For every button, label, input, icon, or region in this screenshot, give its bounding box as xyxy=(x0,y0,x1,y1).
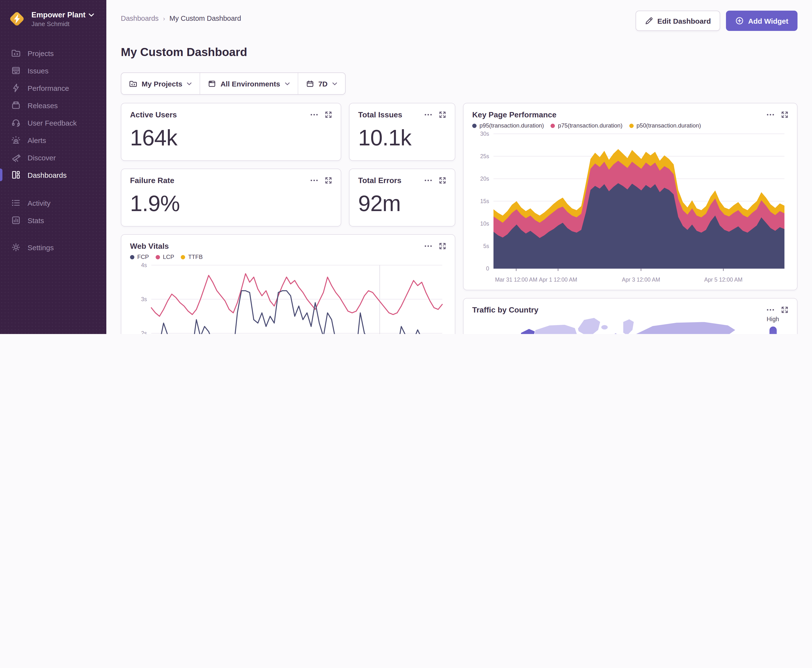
pencil-icon xyxy=(645,17,653,25)
legend-item: p75(transaction.duration) xyxy=(551,122,623,129)
chart-web-vitals[interactable]: 01s2s3s4sMar 31 12:00 AMApr 1 12:00 AMAp… xyxy=(130,261,446,334)
svg-text:Mar 31 12:00 AM: Mar 31 12:00 AM xyxy=(495,277,537,283)
org-switcher[interactable]: Empower Plant Jane Schmidt xyxy=(0,0,106,28)
world-map[interactable] xyxy=(472,315,757,334)
widget-menu-button[interactable] xyxy=(310,114,318,116)
edit-dashboard-label: Edit Dashboard xyxy=(657,17,711,25)
issues-icon xyxy=(11,65,21,76)
environment-filter-value: All Environments xyxy=(220,79,280,88)
widget-active-users: Active Users 164k xyxy=(121,103,341,161)
widget-expand-button[interactable] xyxy=(781,111,788,119)
widget-menu-button[interactable] xyxy=(424,179,432,182)
dashboards-grid-icon xyxy=(11,170,21,180)
legend-item: p50(transaction.duration) xyxy=(629,122,701,129)
performance-lightning-icon xyxy=(11,83,21,93)
org-logo-icon xyxy=(8,10,26,28)
sidebar-item-projects[interactable]: Projects xyxy=(0,44,106,62)
projects-folder-icon xyxy=(11,48,21,58)
sidebar-item-user-feedback[interactable]: User Feedback xyxy=(0,114,106,131)
widget-expand-button[interactable] xyxy=(325,177,332,184)
sidebar-item-label: Performance xyxy=(28,84,69,92)
plus-circle-icon xyxy=(735,17,744,25)
breadcrumb-current: My Custom Dashboard xyxy=(169,15,241,22)
widget-traffic-by-country: Traffic by Country xyxy=(463,298,797,334)
widget-expand-button[interactable] xyxy=(781,306,788,314)
main-area: Dashboards › My Custom Dashboard Edit Da… xyxy=(106,0,812,334)
stat-value: 1.9% xyxy=(130,190,332,216)
legend-item: FCP xyxy=(130,254,149,261)
widget-key-page-performance: Key Page Performance p95(transaction.dur… xyxy=(463,103,797,290)
chart-key-page-performance[interactable]: 05s10s15s20s25s30sMar 31 12:00 AMApr 1 1… xyxy=(472,129,788,285)
widget-web-vitals: Web Vitals FCPLCPTTFB 01s2s3s4sMar 31 12… xyxy=(121,234,455,334)
widget-title: Active Users xyxy=(130,110,177,120)
svg-text:Apr 1 12:00 AM: Apr 1 12:00 AM xyxy=(539,277,578,283)
sidebar-item-label: Alerts xyxy=(28,136,46,144)
page-title: My Custom Dashboard xyxy=(121,45,797,59)
date-range-value: 7D xyxy=(318,79,328,88)
widget-expand-button[interactable] xyxy=(439,242,446,250)
svg-text:0: 0 xyxy=(486,266,489,272)
svg-text:20s: 20s xyxy=(480,175,489,182)
sidebar: Empower Plant Jane Schmidt Projects Issu… xyxy=(0,0,106,334)
stats-bar-chart-icon xyxy=(11,215,21,225)
sidebar-item-issues[interactable]: Issues xyxy=(0,62,106,79)
legend-item: TTFB xyxy=(181,254,203,261)
sidebar-item-label: User Feedback xyxy=(28,119,77,127)
sidebar-item-settings[interactable]: Settings xyxy=(0,239,106,256)
sidebar-item-label: Activity xyxy=(28,199,50,207)
sidebar-item-label: Stats xyxy=(28,216,44,224)
widget-menu-button[interactable] xyxy=(767,309,774,311)
widget-title: Failure Rate xyxy=(130,176,174,185)
stat-value: 92m xyxy=(358,190,446,216)
active-indicator xyxy=(0,169,2,181)
project-filter-value: My Projects xyxy=(142,79,182,88)
widget-expand-button[interactable] xyxy=(439,111,446,119)
map-legend-gradient xyxy=(769,327,777,334)
sidebar-item-label: Issues xyxy=(28,67,49,75)
sidebar-item-label: Settings xyxy=(28,243,54,251)
widget-menu-button[interactable] xyxy=(424,245,432,247)
legend-item: p95(transaction.duration) xyxy=(472,122,544,129)
date-range-filter[interactable]: 7D xyxy=(298,73,345,94)
svg-text:2s: 2s xyxy=(141,330,147,334)
sidebar-item-releases[interactable]: Releases xyxy=(0,97,106,114)
svg-text:Apr 3 12:00 AM: Apr 3 12:00 AM xyxy=(622,277,660,283)
environment-filter[interactable]: All Environments xyxy=(199,73,298,94)
chevron-down-icon xyxy=(285,82,290,85)
project-folder-icon xyxy=(129,79,137,88)
sidebar-item-discover[interactable]: Discover xyxy=(0,149,106,166)
svg-text:15s: 15s xyxy=(480,198,489,204)
siren-icon xyxy=(11,135,21,145)
breadcrumb-dashboards-link[interactable]: Dashboards xyxy=(121,15,159,22)
widget-expand-button[interactable] xyxy=(325,111,332,119)
stat-value: 10.1k xyxy=(358,125,446,151)
sidebar-item-alerts[interactable]: Alerts xyxy=(0,131,106,149)
svg-text:25s: 25s xyxy=(480,153,489,159)
widget-title: Total Errors xyxy=(358,176,402,185)
filter-bar: My Projects All Environments 7D xyxy=(121,72,346,95)
sidebar-item-label: Discover xyxy=(28,154,56,162)
widget-title: Web Vitals xyxy=(130,242,203,251)
headset-icon xyxy=(11,117,21,128)
widget-menu-button[interactable] xyxy=(424,114,432,116)
sidebar-item-stats[interactable]: Stats xyxy=(0,212,106,229)
releases-archive-icon xyxy=(11,100,21,110)
add-widget-label: Add Widget xyxy=(748,17,788,25)
sidebar-item-dashboards[interactable]: Dashboards xyxy=(0,166,106,184)
widget-menu-button[interactable] xyxy=(310,179,318,182)
app-root: Empower Plant Jane Schmidt Projects Issu… xyxy=(0,0,812,334)
legend-item: LCP xyxy=(156,254,174,261)
chevron-down-icon xyxy=(332,82,337,85)
add-widget-button[interactable]: Add Widget xyxy=(726,11,797,31)
widget-total-issues: Total Issues 10.1k xyxy=(349,103,455,161)
widget-title: Traffic by Country xyxy=(472,305,538,315)
project-filter[interactable]: My Projects xyxy=(121,73,199,94)
svg-text:10s: 10s xyxy=(480,220,489,227)
svg-text:Apr 5 12:00 AM: Apr 5 12:00 AM xyxy=(704,277,743,283)
sidebar-item-activity[interactable]: Activity xyxy=(0,194,106,212)
sidebar-item-label: Projects xyxy=(28,49,54,57)
sidebar-item-performance[interactable]: Performance xyxy=(0,79,106,97)
widget-expand-button[interactable] xyxy=(439,177,446,184)
widget-menu-button[interactable] xyxy=(767,114,774,116)
edit-dashboard-button[interactable]: Edit Dashboard xyxy=(636,11,720,31)
